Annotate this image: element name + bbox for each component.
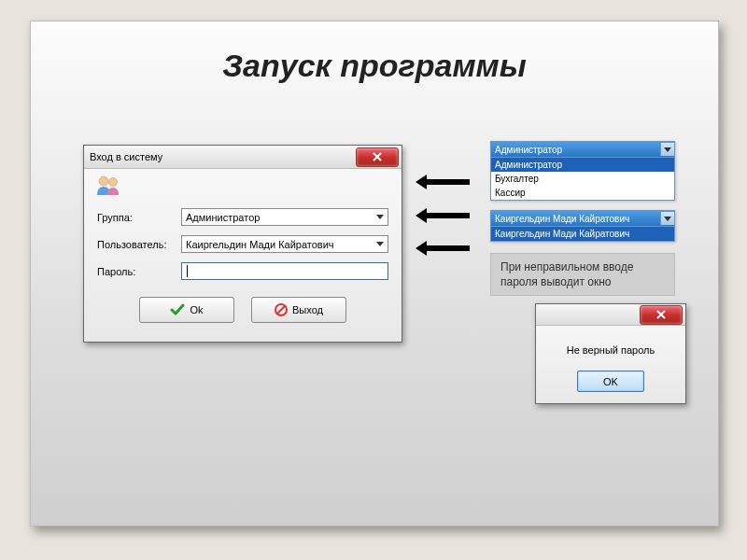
group-dropdown-selected: Администратор — [495, 145, 562, 155]
user-dropdown-selected: Каиргельдин Мади Кайратович — [495, 214, 629, 224]
user-select[interactable]: Каиргельдин Мади Кайратович — [181, 235, 388, 253]
group-dropdown-expanded[interactable]: Администратор Администратор Бухгалтер Ка… — [490, 141, 675, 201]
login-titlebar[interactable]: Вход в систему — [84, 146, 402, 169]
close-button[interactable] — [640, 305, 683, 325]
label-password: Пароль: — [97, 266, 181, 277]
svg-line-3 — [277, 306, 285, 314]
svg-point-0 — [99, 176, 108, 186]
label-group: Группа: — [97, 212, 181, 223]
note-line1: При неправильном вводе — [500, 260, 633, 273]
page-title: Запуск программы — [31, 48, 718, 84]
group-option[interactable]: Кассир — [491, 186, 674, 200]
user-dropdown-header[interactable]: Каиргельдин Мади Кайратович — [491, 211, 674, 227]
group-value: Администратор — [186, 212, 260, 223]
login-window-title: Вход в систему — [90, 151, 162, 162]
exit-button[interactable]: Выход — [251, 297, 346, 323]
svg-point-1 — [109, 178, 118, 187]
arrow-left-icon — [416, 175, 464, 188]
label-user: Пользователь: — [97, 239, 181, 250]
chevron-down-icon — [374, 237, 386, 251]
group-option-label: Бухгалтер — [495, 174, 539, 184]
group-option[interactable]: Администратор — [491, 158, 674, 172]
user-option[interactable]: Каиргельдин Мади Кайратович — [491, 227, 674, 241]
arrow-left-icon — [416, 208, 464, 221]
error-ok-label: OK — [603, 376, 618, 387]
login-window: Вход в систему Группа: Администратор — [83, 145, 402, 343]
close-icon — [655, 310, 667, 319]
group-option-label: Администратор — [495, 160, 562, 170]
ok-button[interactable]: Ok — [139, 297, 234, 323]
ok-button-label: Ok — [190, 304, 203, 315]
note-line2: пароля выводит окно — [500, 275, 612, 288]
password-input[interactable] — [181, 262, 388, 280]
no-entry-icon — [275, 303, 288, 316]
error-ok-button[interactable]: OK — [577, 371, 644, 392]
group-option-label: Кассир — [495, 188, 526, 198]
error-window: Не верный пароль OK — [535, 303, 686, 404]
group-dropdown-header[interactable]: Администратор — [491, 142, 674, 158]
group-option[interactable]: Бухгалтер — [491, 172, 674, 186]
user-option-label: Каиргельдин Мади Кайратович — [495, 229, 629, 239]
users-icon — [95, 175, 121, 197]
error-message: Не верный пароль — [536, 344, 685, 356]
close-icon — [372, 152, 383, 161]
error-titlebar[interactable] — [536, 304, 685, 326]
chevron-down-icon — [660, 212, 674, 225]
exit-button-label: Выход — [292, 304, 323, 315]
arrow-left-icon — [416, 241, 464, 254]
user-value: Каиргельдин Мади Кайратович — [186, 239, 334, 250]
chevron-down-icon — [374, 210, 386, 224]
close-button[interactable] — [356, 147, 399, 167]
check-icon — [170, 303, 185, 316]
note-box: При неправильном вводе пароля выводит ок… — [490, 253, 675, 296]
chevron-down-icon — [660, 143, 674, 156]
group-select[interactable]: Администратор — [181, 208, 388, 226]
user-dropdown-expanded[interactable]: Каиргельдин Мади Кайратович Каиргельдин … — [490, 210, 675, 242]
